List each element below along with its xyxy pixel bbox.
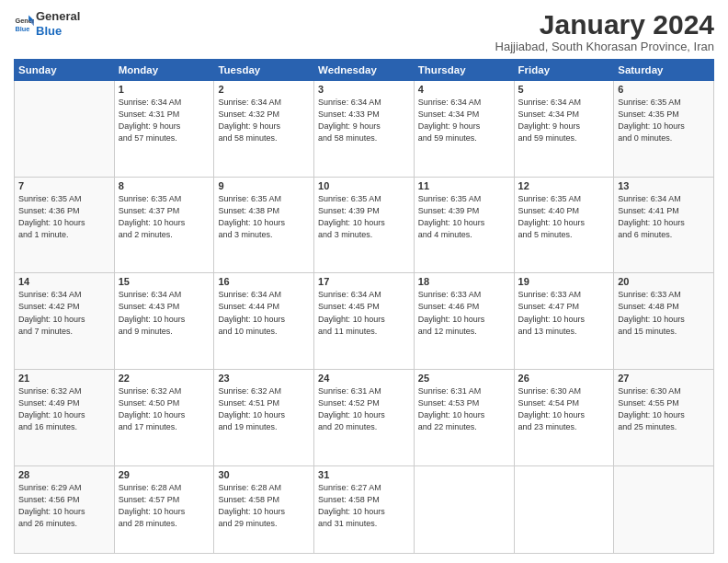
day-info: Sunrise: 6:28 AMSunset: 4:58 PMDaylight:… xyxy=(218,482,310,530)
day-number: 11 xyxy=(418,180,510,191)
day-info: Sunrise: 6:32 AMSunset: 4:50 PMDaylight:… xyxy=(119,385,210,433)
calendar-cell: 14Sunrise: 6:34 AMSunset: 4:42 PMDayligh… xyxy=(15,273,115,370)
day-info: Sunrise: 6:34 AMSunset: 4:33 PMDaylight:… xyxy=(318,97,410,144)
day-number: 9 xyxy=(218,180,310,191)
calendar-cell: 21Sunrise: 6:32 AMSunset: 4:49 PMDayligh… xyxy=(15,370,115,466)
day-number: 21 xyxy=(18,373,110,384)
month-title: January 2024 xyxy=(495,9,714,40)
day-info: Sunrise: 6:28 AMSunset: 4:57 PMDaylight:… xyxy=(119,482,210,530)
calendar-page: General Blue General Blue January 2024 H… xyxy=(0,0,728,563)
day-number: 19 xyxy=(518,276,610,287)
day-info: Sunrise: 6:34 AMSunset: 4:34 PMDaylight:… xyxy=(418,97,510,144)
calendar-cell: 22Sunrise: 6:32 AMSunset: 4:50 PMDayligh… xyxy=(114,370,214,466)
day-info: Sunrise: 6:34 AMSunset: 4:43 PMDaylight:… xyxy=(119,289,210,337)
header-row: SundayMondayTuesdayWednesdayThursdayFrid… xyxy=(15,60,714,81)
day-info: Sunrise: 6:33 AMSunset: 4:48 PMDaylight:… xyxy=(618,289,710,337)
location-title: Hajjiabad, South Khorasan Province, Iran xyxy=(495,40,714,53)
day-number: 8 xyxy=(119,180,210,191)
day-info: Sunrise: 6:35 AMSunset: 4:40 PMDaylight:… xyxy=(518,193,610,241)
calendar-week-5: 28Sunrise: 6:29 AMSunset: 4:56 PMDayligh… xyxy=(15,465,714,553)
day-number: 22 xyxy=(119,373,210,384)
day-info: Sunrise: 6:34 AMSunset: 4:41 PMDaylight:… xyxy=(618,193,710,241)
day-number: 12 xyxy=(518,180,610,191)
header: General Blue General Blue January 2024 H… xyxy=(14,9,714,53)
day-number: 17 xyxy=(318,276,410,287)
day-number: 16 xyxy=(218,276,310,287)
day-info: Sunrise: 6:34 AMSunset: 4:34 PMDaylight:… xyxy=(518,97,610,144)
calendar-cell: 3Sunrise: 6:34 AMSunset: 4:33 PMDaylight… xyxy=(314,81,415,178)
calendar-cell: 8Sunrise: 6:35 AMSunset: 4:37 PMDaylight… xyxy=(114,177,214,273)
day-info: Sunrise: 6:30 AMSunset: 4:55 PMDaylight:… xyxy=(618,385,710,433)
day-info: Sunrise: 6:35 AMSunset: 4:36 PMDaylight:… xyxy=(18,193,110,241)
calendar-table: SundayMondayTuesdayWednesdayThursdayFrid… xyxy=(14,59,714,554)
calendar-cell: 20Sunrise: 6:33 AMSunset: 4:48 PMDayligh… xyxy=(614,273,714,370)
day-info: Sunrise: 6:31 AMSunset: 4:53 PMDaylight:… xyxy=(418,385,510,433)
day-number: 13 xyxy=(618,180,710,191)
calendar-cell xyxy=(15,81,115,178)
title-block: January 2024 Hajjiabad, South Khorasan P… xyxy=(495,9,714,53)
day-number: 4 xyxy=(418,84,510,95)
day-number: 2 xyxy=(218,84,310,95)
calendar-cell: 5Sunrise: 6:34 AMSunset: 4:34 PMDaylight… xyxy=(514,81,614,178)
calendar-cell: 26Sunrise: 6:30 AMSunset: 4:54 PMDayligh… xyxy=(514,370,614,466)
day-number: 1 xyxy=(119,84,210,95)
calendar-cell: 28Sunrise: 6:29 AMSunset: 4:56 PMDayligh… xyxy=(15,465,115,553)
col-header-thursday: Thursday xyxy=(414,60,514,81)
day-number: 6 xyxy=(618,84,710,95)
day-info: Sunrise: 6:31 AMSunset: 4:52 PMDaylight:… xyxy=(318,385,410,433)
calendar-cell: 12Sunrise: 6:35 AMSunset: 4:40 PMDayligh… xyxy=(514,177,614,273)
day-info: Sunrise: 6:35 AMSunset: 4:38 PMDaylight:… xyxy=(218,193,310,241)
day-number: 26 xyxy=(518,373,610,384)
calendar-cell: 2Sunrise: 6:34 AMSunset: 4:32 PMDaylight… xyxy=(214,81,314,178)
calendar-cell: 6Sunrise: 6:35 AMSunset: 4:35 PMDaylight… xyxy=(614,81,714,178)
day-info: Sunrise: 6:34 AMSunset: 4:31 PMDaylight:… xyxy=(119,97,210,144)
day-number: 29 xyxy=(119,469,210,480)
calendar-cell: 27Sunrise: 6:30 AMSunset: 4:55 PMDayligh… xyxy=(614,370,714,466)
logo-blue: Blue xyxy=(36,24,62,38)
calendar-cell: 15Sunrise: 6:34 AMSunset: 4:43 PMDayligh… xyxy=(114,273,214,370)
day-number: 25 xyxy=(418,373,510,384)
day-info: Sunrise: 6:34 AMSunset: 4:45 PMDaylight:… xyxy=(318,289,410,337)
day-number: 7 xyxy=(18,180,110,191)
day-number: 5 xyxy=(518,84,610,95)
logo: General Blue General Blue xyxy=(14,9,80,38)
calendar-cell: 25Sunrise: 6:31 AMSunset: 4:53 PMDayligh… xyxy=(414,370,514,466)
calendar-week-1: 1Sunrise: 6:34 AMSunset: 4:31 PMDaylight… xyxy=(15,81,714,178)
logo-text: General Blue xyxy=(36,9,80,38)
day-info: Sunrise: 6:33 AMSunset: 4:47 PMDaylight:… xyxy=(518,289,610,337)
calendar-cell xyxy=(614,465,714,553)
calendar-cell xyxy=(514,465,614,553)
svg-text:Blue: Blue xyxy=(15,25,29,33)
calendar-cell: 30Sunrise: 6:28 AMSunset: 4:58 PMDayligh… xyxy=(214,465,314,553)
calendar-cell: 11Sunrise: 6:35 AMSunset: 4:39 PMDayligh… xyxy=(414,177,514,273)
day-info: Sunrise: 6:30 AMSunset: 4:54 PMDaylight:… xyxy=(518,385,610,433)
col-header-tuesday: Tuesday xyxy=(214,60,314,81)
calendar-cell: 23Sunrise: 6:32 AMSunset: 4:51 PMDayligh… xyxy=(214,370,314,466)
calendar-week-3: 14Sunrise: 6:34 AMSunset: 4:42 PMDayligh… xyxy=(15,273,714,370)
logo-icon: General Blue xyxy=(14,14,34,34)
day-number: 27 xyxy=(618,373,710,384)
calendar-cell: 19Sunrise: 6:33 AMSunset: 4:47 PMDayligh… xyxy=(514,273,614,370)
calendar-cell: 13Sunrise: 6:34 AMSunset: 4:41 PMDayligh… xyxy=(614,177,714,273)
day-info: Sunrise: 6:34 AMSunset: 4:42 PMDaylight:… xyxy=(18,289,110,337)
calendar-cell: 4Sunrise: 6:34 AMSunset: 4:34 PMDaylight… xyxy=(414,81,514,178)
day-number: 18 xyxy=(418,276,510,287)
calendar-cell: 24Sunrise: 6:31 AMSunset: 4:52 PMDayligh… xyxy=(314,370,415,466)
day-number: 3 xyxy=(318,84,410,95)
calendar-cell: 7Sunrise: 6:35 AMSunset: 4:36 PMDaylight… xyxy=(15,177,115,273)
day-number: 30 xyxy=(218,469,310,480)
col-header-sunday: Sunday xyxy=(15,60,115,81)
day-info: Sunrise: 6:32 AMSunset: 4:51 PMDaylight:… xyxy=(218,385,310,433)
calendar-cell: 10Sunrise: 6:35 AMSunset: 4:39 PMDayligh… xyxy=(314,177,415,273)
day-info: Sunrise: 6:35 AMSunset: 4:39 PMDaylight:… xyxy=(418,193,510,241)
calendar-cell: 9Sunrise: 6:35 AMSunset: 4:38 PMDaylight… xyxy=(214,177,314,273)
calendar-cell: 16Sunrise: 6:34 AMSunset: 4:44 PMDayligh… xyxy=(214,273,314,370)
calendar-cell: 18Sunrise: 6:33 AMSunset: 4:46 PMDayligh… xyxy=(414,273,514,370)
col-header-monday: Monday xyxy=(114,60,214,81)
day-number: 15 xyxy=(119,276,210,287)
day-number: 10 xyxy=(318,180,410,191)
col-header-saturday: Saturday xyxy=(614,60,714,81)
calendar-week-2: 7Sunrise: 6:35 AMSunset: 4:36 PMDaylight… xyxy=(15,177,714,273)
logo-general: General xyxy=(36,9,80,23)
day-number: 24 xyxy=(318,373,410,384)
